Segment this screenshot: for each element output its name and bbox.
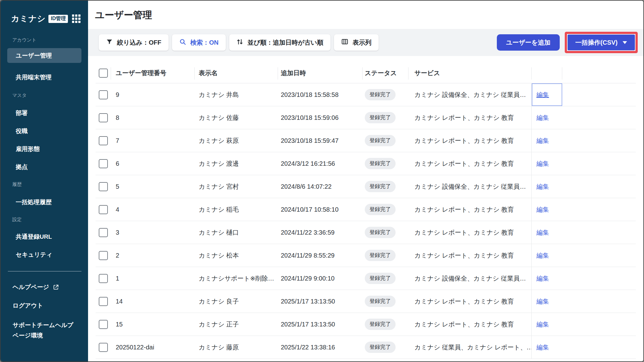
cell-edit: 編集 <box>531 221 562 244</box>
cell-trailing <box>562 106 636 129</box>
status-badge: 登録完了 <box>365 89 396 100</box>
columns-button[interactable]: 表示列 <box>334 34 379 51</box>
edit-link[interactable]: 編集 <box>536 274 549 283</box>
edit-link[interactable]: 編集 <box>536 114 549 122</box>
row-checkbox[interactable] <box>99 182 108 191</box>
edit-link[interactable]: 編集 <box>536 205 549 214</box>
cell-user-id: 5 <box>111 175 194 198</box>
app-grid-icon[interactable] <box>72 14 80 23</box>
cell-edit: 編集 <box>531 83 562 106</box>
cell-edit: 編集 <box>531 106 562 129</box>
row-checkbox[interactable] <box>99 297 108 306</box>
row-checkbox[interactable] <box>99 343 108 352</box>
table-row: 8 カミナシ 佐藤 2023/10/18 15:59:06 登録完了 カミナシ … <box>96 106 636 129</box>
header-name[interactable]: 表示名 <box>194 63 278 83</box>
sidebar-item-一括処理履歴[interactable]: 一括処理履歴 <box>16 198 88 207</box>
cell-edit: 編集 <box>531 267 562 290</box>
cell-services: カミナシ 設備保全、カミナシ 従業員… <box>408 175 531 198</box>
cell-services: カミナシ レポート、カミナシ 教育 <box>408 313 531 336</box>
sidebar-item-部署[interactable]: 部署 <box>16 109 88 118</box>
header-services[interactable]: サービス <box>408 63 531 83</box>
row-checkbox[interactable] <box>99 113 108 122</box>
edit-link[interactable]: 編集 <box>536 297 549 306</box>
table-row: 4 カミナシ 稲毛 2024/10/17 10:58:10 登録完了 カミナシ … <box>96 198 636 221</box>
cell-status: 登録完了 <box>362 290 408 313</box>
row-checkbox[interactable] <box>99 90 108 99</box>
status-badge: 登録完了 <box>365 342 396 353</box>
cell-status: 登録完了 <box>362 152 408 175</box>
status-badge: 登録完了 <box>365 158 396 169</box>
cell-status: 登録完了 <box>362 106 408 129</box>
cell-name: カミナシ 宮村 <box>194 175 278 198</box>
cell-name: カミナシ 稲毛 <box>194 198 278 221</box>
checkbox-cell <box>96 267 111 290</box>
sidebar-item-ユーザー管理[interactable]: ユーザー管理 <box>7 48 81 63</box>
header-user-id[interactable]: ユーザー管理番号 <box>111 63 194 83</box>
cell-edit: 編集 <box>531 152 562 175</box>
external-link-icon <box>53 284 59 290</box>
row-checkbox[interactable] <box>99 251 108 260</box>
sidebar-item-拠点[interactable]: 拠点 <box>16 163 88 171</box>
cell-services: カミナシ レポート、カミナシ 教育 <box>408 106 531 129</box>
columns-icon <box>341 38 348 47</box>
row-checkbox[interactable] <box>99 205 108 214</box>
page-title: ユーザー管理 <box>95 9 643 22</box>
cell-trailing <box>562 152 636 175</box>
cell-trailing <box>562 175 636 198</box>
checkbox-cell <box>96 106 111 129</box>
sidebar-section-label: 履歴 <box>12 181 88 187</box>
edit-link[interactable]: 編集 <box>536 251 549 260</box>
sort-button[interactable]: 並び順：追加日時が古い順 <box>229 34 330 51</box>
edit-link[interactable]: 編集 <box>536 159 549 168</box>
cell-user-id: 2 <box>111 244 194 267</box>
sidebar-item-共用端末管理[interactable]: 共用端末管理 <box>16 73 88 82</box>
search-button[interactable]: 検索：ON <box>172 34 226 51</box>
edit-link[interactable]: 編集 <box>536 182 549 191</box>
edit-link[interactable]: 編集 <box>536 136 549 145</box>
bulk-action-csv-button[interactable]: 一括操作(CSV) <box>568 35 635 50</box>
add-user-button[interactable]: ユーザーを追加 <box>497 34 559 51</box>
header-checkbox-cell <box>96 63 111 83</box>
row-checkbox[interactable] <box>99 228 108 237</box>
header-status[interactable]: ステータス <box>362 63 408 83</box>
cell-status: 登録完了 <box>362 221 408 244</box>
edit-link[interactable]: 編集 <box>536 343 549 352</box>
sidebar-footer-item-3[interactable]: サポートチームヘルプページ環境 <box>13 320 74 341</box>
filter-button[interactable]: 絞り込み：OFF <box>99 34 169 51</box>
row-checkbox[interactable] <box>99 159 108 168</box>
table-row: 9 カミナシ 井島 2023/10/18 15:58:58 登録完了 カミナシ … <box>96 83 636 106</box>
cell-status: 登録完了 <box>362 175 408 198</box>
status-badge: 登録完了 <box>365 204 396 215</box>
sidebar-item-役職[interactable]: 役職 <box>16 127 88 136</box>
cell-name: カミナシ 井島 <box>194 83 278 106</box>
sidebar-item-セキュリティ[interactable]: セキュリティ <box>16 250 88 259</box>
cell-added: 2025/1/17 13:13:50 <box>278 290 362 313</box>
status-badge: 登録完了 <box>365 112 396 123</box>
sidebar-footer-item-1[interactable]: ヘルプページ <box>13 283 88 292</box>
checkbox-cell <box>96 290 111 313</box>
table-row: 6 カミナシ 渡邊 2024/3/12 16:21:56 登録完了 カミナシ レ… <box>96 152 636 175</box>
table-row: 1 カミナシサポート※削除… 2024/11/29 9:00:10 登録完了 カ… <box>96 267 636 290</box>
sidebar-item-共通登録URL[interactable]: 共通登録URL <box>16 232 88 241</box>
checkbox-cell <box>96 198 111 221</box>
cell-user-id: 6 <box>111 152 194 175</box>
sidebar-footer-item-2[interactable]: ログアウト <box>13 301 88 310</box>
row-checkbox[interactable] <box>99 320 108 329</box>
sidebar-item-雇用形態[interactable]: 雇用形態 <box>16 145 88 153</box>
header-added[interactable]: 追加日時 <box>278 63 362 83</box>
cell-user-id: 3 <box>111 221 194 244</box>
cell-name: カミナシサポート※削除… <box>194 267 278 290</box>
cell-services: カミナシ 従業員、カミナシ レポート、… <box>408 336 531 359</box>
status-badge: 登録完了 <box>365 273 396 284</box>
select-all-checkbox[interactable] <box>99 69 108 78</box>
edit-link[interactable]: 編集 <box>536 91 549 99</box>
cell-trailing <box>562 313 636 336</box>
row-checkbox[interactable] <box>99 136 108 145</box>
edit-link[interactable]: 編集 <box>536 320 549 329</box>
cell-edit: 編集 <box>531 290 562 313</box>
edit-link[interactable]: 編集 <box>536 228 549 237</box>
cell-name: カミナシ 佐藤 <box>194 106 278 129</box>
sidebar-section-label: マスタ <box>12 92 88 98</box>
cell-name: カミナシ 樋口 <box>194 221 278 244</box>
row-checkbox[interactable] <box>99 274 108 283</box>
